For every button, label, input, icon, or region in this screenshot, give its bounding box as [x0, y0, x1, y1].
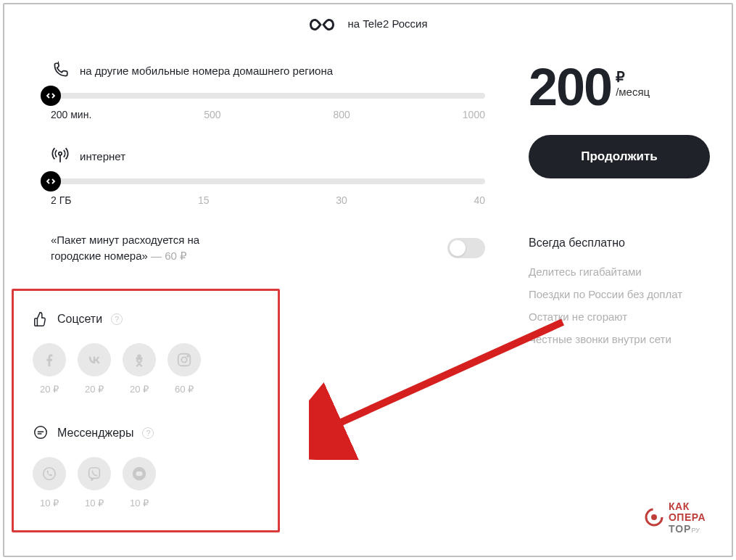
- svg-point-5: [35, 426, 47, 438]
- svg-point-3: [181, 357, 186, 362]
- help-icon[interactable]: ?: [111, 313, 123, 325]
- internet-slider-block: интернет 2 ГБ 15 30 40: [26, 147, 485, 206]
- minutes-slider-label: на другие мобильные номера домашнего рег…: [80, 65, 333, 77]
- tick-gb-2: 2 ГБ: [51, 194, 71, 206]
- city-option-price: — 60 ₽: [148, 250, 187, 262]
- watermark-icon: [644, 507, 664, 527]
- tick-min-800: 800: [334, 109, 350, 120]
- vk-icon: [86, 351, 103, 368]
- ok-icon: [131, 352, 147, 368]
- header-text: на Tele2 Россия: [348, 17, 428, 30]
- tick-gb-15: 15: [198, 194, 210, 206]
- tamtam-icon: [131, 466, 147, 482]
- svg-point-6: [44, 467, 56, 479]
- period: /месяц: [616, 86, 650, 98]
- city-numbers-option: «Пакет минут расходуется на городские но…: [51, 232, 485, 264]
- messenger-viber[interactable]: 10 ₽: [78, 457, 111, 508]
- socials-section: Соцсети ? 20 ₽ 20 ₽: [33, 311, 259, 395]
- facebook-icon: [41, 352, 57, 368]
- internet-ticks: 2 ГБ 15 30 40: [51, 194, 485, 206]
- addons-highlight-box: Соцсети ? 20 ₽ 20 ₽: [12, 289, 280, 532]
- free-item: Поездки по России без доплат: [529, 288, 710, 300]
- social-vk[interactable]: 20 ₽: [78, 343, 111, 395]
- messenger-whatsapp[interactable]: 10 ₽: [33, 457, 66, 508]
- messenger-tamtam-price: 10 ₽: [123, 498, 156, 508]
- messengers-section: Мессенджеры ? 10 ₽ 10 ₽: [33, 425, 259, 508]
- social-ok[interactable]: 20 ₽: [123, 343, 156, 395]
- tick-gb-30: 30: [336, 194, 347, 206]
- internet-slider-label: интернет: [80, 150, 125, 162]
- svg-point-1: [137, 354, 141, 358]
- social-instagram-price: 60 ₽: [168, 384, 201, 395]
- internet-slider-track[interactable]: [51, 178, 485, 184]
- messenger-whatsapp-price: 10 ₽: [33, 498, 66, 508]
- messengers-title: Мессенджеры: [57, 427, 133, 440]
- social-ok-price: 20 ₽: [123, 384, 156, 395]
- tick-gb-40: 40: [474, 194, 485, 206]
- summary-panel: 200 ₽ /месяц Продолжить Всегда бесплатно…: [529, 61, 710, 532]
- messenger-viber-price: 10 ₽: [78, 498, 111, 508]
- tick-min-500: 500: [204, 109, 220, 120]
- free-list: Делитесь гигабайтами Поездки по России б…: [529, 265, 710, 345]
- social-facebook[interactable]: 20 ₽: [33, 343, 66, 395]
- phone-icon: [51, 61, 70, 80]
- thumbs-up-icon: [33, 311, 49, 327]
- header-unlimited: на Tele2 Россия: [26, 17, 710, 32]
- continue-button[interactable]: Продолжить: [529, 135, 710, 178]
- svg-line-10: [322, 322, 563, 431]
- socials-list: 20 ₽ 20 ₽ 20 ₽ 60 ₽: [33, 343, 259, 395]
- social-instagram[interactable]: 60 ₽: [168, 343, 201, 395]
- plan-price: 200: [529, 61, 611, 113]
- currency: ₽: [616, 68, 650, 86]
- viber-icon: [86, 466, 102, 482]
- antenna-icon: [51, 147, 70, 165]
- minutes-slider-track[interactable]: [51, 93, 485, 99]
- instagram-icon: [176, 352, 192, 368]
- free-title: Всегда бесплатно: [529, 236, 710, 250]
- slider-grip-icon: [46, 176, 56, 186]
- messengers-list: 10 ₽ 10 ₽ 10 ₽: [33, 457, 259, 508]
- socials-title: Соцсети: [57, 313, 102, 326]
- tick-min-1000: 1000: [463, 109, 485, 120]
- free-item: Остатки не сгорают: [529, 310, 710, 323]
- svg-rect-7: [89, 467, 100, 478]
- svg-point-4: [187, 355, 189, 357]
- city-toggle[interactable]: [447, 238, 485, 258]
- social-vk-price: 20 ₽: [78, 384, 111, 395]
- internet-slider-thumb[interactable]: [41, 171, 61, 192]
- watermark-logo: КАК ОПЕРА ТОРРУ: [644, 501, 706, 534]
- tick-min-200: 200 мин.: [51, 109, 91, 120]
- free-item: Делитесь гигабайтами: [529, 265, 710, 278]
- free-item: Честные звонки внутри сети: [529, 333, 710, 345]
- whatsapp-icon: [41, 466, 57, 482]
- infinity-icon: [308, 17, 336, 32]
- slider-grip-icon: [46, 91, 56, 101]
- svg-point-12: [651, 514, 657, 520]
- messenger-tamtam[interactable]: 10 ₽: [123, 457, 156, 508]
- svg-point-9: [136, 471, 142, 475]
- chat-icon: [33, 425, 49, 441]
- minutes-slider-thumb[interactable]: [41, 86, 61, 106]
- svg-point-0: [59, 152, 62, 155]
- social-facebook-price: 20 ₽: [33, 384, 66, 395]
- minutes-ticks: 200 мин. 500 800 1000: [51, 109, 485, 120]
- help-icon[interactable]: ?: [142, 427, 154, 439]
- minutes-slider-block: на другие мобильные номера домашнего рег…: [26, 61, 485, 120]
